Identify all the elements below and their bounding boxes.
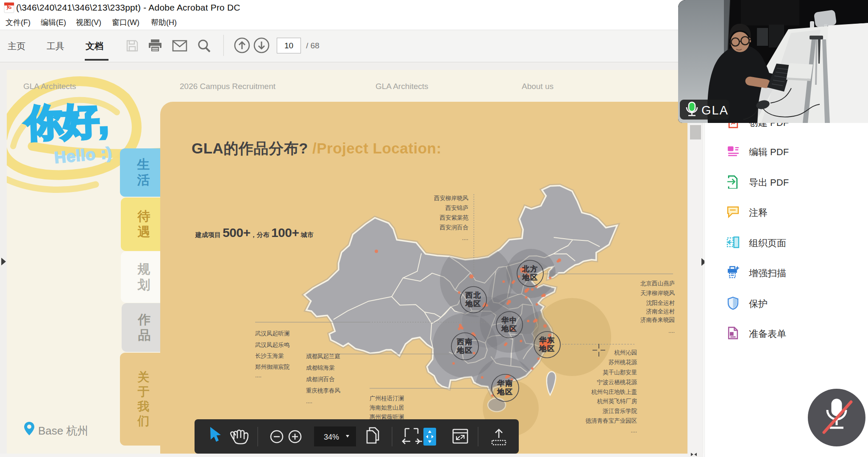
svg-text:地区: 地区 [497,388,513,396]
svg-text:西安柳岸晓风: 西安柳岸晓风 [434,195,468,201]
svg-text:华东: 华东 [539,336,555,344]
svg-text:浙江音乐学院: 浙江音乐学院 [602,408,637,414]
svg-text:天津柳岸晓风: 天津柳岸晓风 [640,290,675,296]
svg-text:北京西山燕庐: 北京西山燕庐 [640,280,675,287]
svg-text:....: .... [462,235,468,241]
svg-text:武汉凤起乐鸣: 武汉凤起乐鸣 [255,342,289,348]
svg-text:GLA: GLA [701,103,729,117]
svg-text:广州桂语汀澜: 广州桂语汀澜 [370,395,404,401]
svg-text:地区: 地区 [522,273,538,281]
svg-text:西安锦庐: 西安锦庐 [445,205,468,211]
svg-text:....: .... [668,328,675,334]
svg-text:沈阳全运村: 沈阳全运村 [646,300,675,306]
svg-text:地区: 地区 [456,346,473,354]
svg-text:西北: 西北 [465,291,481,299]
svg-text:成都润百合: 成都润百合 [306,376,335,382]
svg-text:宁波云栖桃花源: 宁波云栖桃花源 [597,379,637,385]
svg-text:杭州勾庄地铁上盖: 杭州勾庄地铁上盖 [591,389,637,395]
svg-text:济南全运村: 济南全运村 [646,308,675,315]
svg-text:34%: 34% [324,433,339,441]
svg-text:郑州御湖宸院: 郑州御湖宸院 [255,364,290,370]
svg-text:西南: 西南 [456,338,473,346]
svg-text:西安紫棠苑: 西安紫棠苑 [440,215,469,221]
svg-text:华南: 华南 [497,379,513,387]
svg-text:....: .... [255,372,262,379]
svg-text:地区: 地区 [501,325,517,333]
svg-text:杭州沁园: 杭州沁园 [614,349,637,356]
svg-text:海南如意山居: 海南如意山居 [370,404,404,411]
svg-text:西安润百合: 西安润百合 [440,224,469,231]
svg-text:北方: 北方 [522,265,538,273]
svg-text:地区: 地区 [539,345,555,353]
svg-text:莫干山郡安里: 莫干山郡安里 [603,369,637,376]
svg-text:成都锦海棠: 成都锦海棠 [306,365,335,371]
svg-text:成都凤起兰庭: 成都凤起兰庭 [306,353,340,359]
svg-text:地区: 地区 [465,300,481,308]
svg-text:华中: 华中 [501,316,517,324]
svg-text:杭州英飞特厂房: 杭州英飞特厂房 [597,398,637,404]
svg-text:德清青春宝产业园区: 德清青春宝产业园区 [586,418,637,424]
svg-text:重庆桃李春风: 重庆桃李春风 [306,387,340,394]
svg-text:....: .... [306,398,312,404]
svg-text:济南春来晓园: 济南春来晓园 [640,317,675,323]
svg-text:武汉凤起听澜: 武汉凤起听澜 [255,330,289,337]
svg-text:长沙玉海棠: 长沙玉海棠 [255,353,284,359]
svg-text:....: .... [631,427,637,434]
svg-text:苏州桃花源: 苏州桃花源 [609,359,637,365]
